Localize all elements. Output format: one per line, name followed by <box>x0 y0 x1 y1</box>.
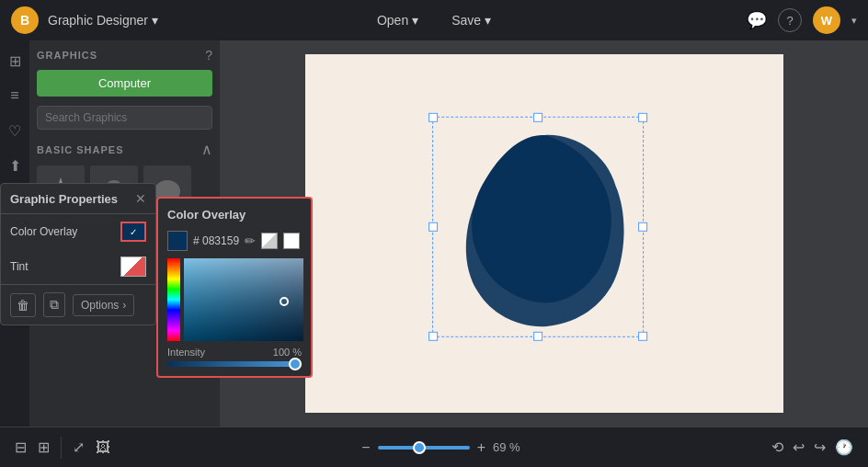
gp-title: Graphic Properties <box>10 192 118 206</box>
graphic-properties-panel: Graphic Properties ✕ Color Overlay ✓ Tin… <box>0 183 156 325</box>
cop-hex-value: # 083159 <box>193 234 239 247</box>
intensity-slider[interactable] <box>167 361 302 367</box>
gp-close-button[interactable]: ✕ <box>135 191 146 206</box>
intensity-label-row: Intensity 100 % <box>167 347 302 358</box>
zoom-value: 69 % <box>493 440 520 454</box>
eyedropper-icon: ✏ <box>245 234 256 248</box>
zoom-plus-button[interactable]: + <box>477 439 485 456</box>
gp-color-check: ✓ <box>130 227 137 237</box>
gp-color-overlay-label: Color Overlay <box>10 225 77 238</box>
gp-tint-swatch[interactable] <box>120 256 146 277</box>
basic-shapes-header: BASIC SHAPES ∧ <box>37 141 212 158</box>
sidebar-icon-heart[interactable]: ♡ <box>4 120 26 142</box>
grid-button[interactable]: ⊞ <box>38 439 50 456</box>
topbar-right: 💬 ? W ▾ <box>747 6 857 34</box>
search-input[interactable] <box>37 106 212 130</box>
trash-icon: 🗑 <box>17 298 29 313</box>
expand-icon: ⤢ <box>73 439 85 455</box>
color-cursor <box>280 297 289 306</box>
image-icon: 🖼 <box>96 439 110 455</box>
undo-icon: ↩ <box>793 439 805 455</box>
left-sidebar: ⊞ ≡ ♡ ⬆ GRAPHICS ? Computer BASIC SHAPES… <box>0 40 221 427</box>
handle-bottom-center[interactable] <box>533 332 542 341</box>
gp-color-overlay-row: Color Overlay ✓ <box>1 214 155 249</box>
avatar-chevron[interactable]: ▾ <box>851 15 857 27</box>
sidebar-header: GRAPHICS ? <box>37 48 212 63</box>
history-icon: 🕐 <box>835 439 853 455</box>
gp-tint-label: Tint <box>10 260 29 273</box>
gp-header: Graphic Properties ✕ <box>1 184 155 214</box>
copy-icon: ⧉ <box>50 297 59 312</box>
topbar: B Graphic Designer ▾ Open ▾ Save ▾ 💬 ? W… <box>0 0 868 40</box>
help-icon: ? <box>786 14 793 28</box>
layers-button[interactable]: ⊟ <box>15 439 27 456</box>
handle-top-left[interactable] <box>428 113 438 122</box>
topbar-center: Open ▾ Save ▾ <box>364 7 504 33</box>
main-layout: ⊞ ≡ ♡ ⬆ GRAPHICS ? Computer BASIC SHAPES… <box>0 40 868 427</box>
bottom-bar: ⊟ ⊞ ⤢ 🖼 − + 69 % ⟲ ↩ ↪ 🕐 <box>0 427 868 467</box>
chat-icon-button[interactable]: 💬 <box>747 10 767 30</box>
sidebar-icon-grid[interactable]: ⊞ <box>4 50 26 72</box>
intensity-label: Intensity <box>167 347 205 358</box>
bottom-right-buttons: ⟲ ↩ ↪ 🕐 <box>771 439 853 456</box>
screen-icon: ⟲ <box>771 439 783 455</box>
image-button[interactable]: 🖼 <box>96 439 110 456</box>
redo-button[interactable]: ↪ <box>814 439 826 456</box>
gp-color-overlay-swatch[interactable]: ✓ <box>120 222 146 242</box>
app-logo: B <box>11 6 39 34</box>
zoom-slider-track[interactable] <box>378 446 470 450</box>
avatar[interactable]: W <box>813 6 840 34</box>
zoom-minus-button[interactable]: − <box>361 439 370 456</box>
app-title: Graphic Designer ▾ <box>48 13 158 28</box>
canvas-area[interactable] <box>221 40 868 427</box>
gp-copy-button[interactable]: ⧉ <box>43 292 65 317</box>
canvas-background <box>305 54 783 413</box>
undo-button[interactable]: ↩ <box>793 439 805 456</box>
layers-icon: ⊟ <box>15 439 27 455</box>
sidebar-icon-layers[interactable]: ≡ <box>4 85 26 107</box>
intensity-value: 100 % <box>273 347 302 358</box>
cop-color-swatch[interactable] <box>167 231 188 251</box>
gp-tint-row: Tint <box>1 249 155 284</box>
chat-icon: 💬 <box>747 11 767 29</box>
separator-1 <box>61 437 62 459</box>
history-button[interactable]: 🕐 <box>835 439 853 456</box>
hue-strip[interactable] <box>167 258 180 341</box>
handle-top-right[interactable] <box>638 113 647 122</box>
gp-options-button[interactable]: Options › <box>73 294 134 316</box>
gp-footer: 🗑 ⧉ Options › <box>1 284 155 325</box>
sidebar-icon-upload[interactable]: ⬆ <box>4 154 26 177</box>
cop-title: Color Overlay <box>167 208 302 222</box>
gp-trash-button[interactable]: 🗑 <box>10 293 36 317</box>
sidebar-header-text: GRAPHICS <box>37 50 97 61</box>
redo-icon: ↪ <box>814 439 826 455</box>
basic-shapes-label: BASIC SHAPES <box>37 144 124 155</box>
handle-bottom-right[interactable] <box>638 332 647 341</box>
zoom-controls: − + 69 % <box>361 439 520 456</box>
selection-box <box>432 117 644 337</box>
help-icon-button[interactable]: ? <box>778 8 802 32</box>
save-button[interactable]: Save ▾ <box>439 7 504 33</box>
grid-icon: ⊞ <box>38 439 50 455</box>
computer-button[interactable]: Computer <box>37 70 212 97</box>
cop-hex-row: # 083159 ✏ <box>167 231 302 251</box>
collapse-icon[interactable]: ∧ <box>201 141 212 158</box>
handle-bottom-left[interactable] <box>428 332 438 341</box>
sidebar-help-icon[interactable]: ? <box>205 48 212 63</box>
cop-transparent-button[interactable] <box>261 233 278 249</box>
cop-white-button[interactable] <box>283 233 300 249</box>
zoom-slider-thumb[interactable] <box>413 441 426 454</box>
cop-eyedropper-button[interactable]: ✏ <box>245 234 256 248</box>
handle-middle-right[interactable] <box>638 222 647 232</box>
intensity-slider-thumb[interactable] <box>289 358 302 370</box>
expand-button[interactable]: ⤢ <box>73 439 85 456</box>
color-overlay-popup: Color Overlay # 083159 ✏ Intensit <box>156 197 313 378</box>
open-button[interactable]: Open ▾ <box>364 7 431 33</box>
handle-middle-left[interactable] <box>428 222 438 232</box>
screen-button[interactable]: ⟲ <box>771 439 783 456</box>
color-picker-area[interactable] <box>167 258 303 341</box>
handle-top-center[interactable] <box>533 113 542 122</box>
